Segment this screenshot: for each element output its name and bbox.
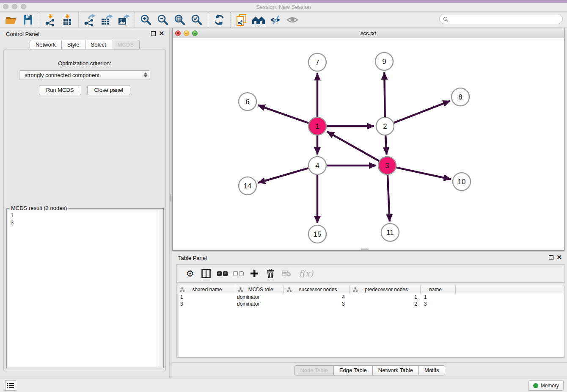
- mcds-tab-content: Optimization criterion: strongly connect…: [3, 50, 166, 371]
- select-all-button[interactable]: ✓✓: [214, 266, 230, 281]
- graph-node-label-11: 11: [386, 229, 394, 237]
- gear-icon: ⚙: [186, 268, 194, 279]
- deselect-all-button[interactable]: [230, 266, 246, 281]
- eye-slash-icon: [269, 14, 282, 25]
- cell-shared-name[interactable]: 3: [177, 301, 235, 308]
- close-panel-button[interactable]: ✕: [159, 30, 164, 37]
- show-hide-panels-button[interactable]: [268, 13, 283, 27]
- cell-mcds-role[interactable]: dominator: [235, 301, 284, 308]
- float-panel-button[interactable]: [151, 31, 156, 36]
- cell-mcds-role[interactable]: dominator: [235, 294, 284, 301]
- cell-successor-nodes[interactable]: 4: [284, 294, 350, 301]
- import-table-button[interactable]: [60, 13, 74, 27]
- search-input[interactable]: [451, 16, 562, 22]
- toolbar-separator: [39, 12, 39, 28]
- cell-shared-name[interactable]: 1: [177, 294, 235, 301]
- zoom-fit-button[interactable]: [173, 13, 187, 27]
- memory-button[interactable]: Memory: [528, 380, 564, 391]
- unchecked-checkboxes-icon: [233, 271, 244, 276]
- delete-row-button[interactable]: [262, 266, 278, 281]
- clone-network-button[interactable]: [234, 13, 249, 27]
- table-settings-button[interactable]: ⚙: [182, 266, 198, 281]
- criterion-select[interactable]: strongly connected component: [19, 70, 150, 80]
- eye-button[interactable]: [285, 13, 300, 27]
- table-row[interactable]: 1 dominator 4 1 1: [177, 294, 564, 301]
- cell-name[interactable]: 3: [421, 301, 456, 308]
- graph-edge-3-1[interactable]: [327, 132, 379, 161]
- export-network-button[interactable]: [83, 13, 97, 27]
- zoom-in-button[interactable]: [139, 13, 153, 27]
- export-table-icon: [100, 14, 113, 26]
- delete-table-button[interactable]: [278, 266, 295, 281]
- export-table-button[interactable]: [99, 13, 114, 27]
- graph-edge-3-11[interactable]: [388, 175, 390, 221]
- cell-successor-nodes[interactable]: 3: [284, 301, 350, 308]
- result-scrollbar[interactable]: [159, 210, 162, 367]
- task-history-button[interactable]: [5, 380, 16, 391]
- tab-network[interactable]: Network: [30, 40, 62, 50]
- export-image-button[interactable]: [116, 13, 131, 27]
- import-network-icon: [44, 14, 56, 26]
- tab-edge-table[interactable]: Edge Table: [334, 365, 373, 375]
- graph-edge-2-9[interactable]: [384, 72, 385, 117]
- import-network-button[interactable]: [43, 13, 58, 27]
- refresh-layout-button[interactable]: [212, 13, 226, 27]
- table-row[interactable]: 3 dominator 3 2 3: [177, 301, 564, 308]
- window-titlebar: Session: New Session: [0, 0, 567, 12]
- graph-edge-3-10[interactable]: [396, 168, 451, 179]
- tab-motifs[interactable]: Motifs: [419, 365, 445, 375]
- column-header-successor-nodes[interactable]: successor nodes: [284, 285, 350, 294]
- attribute-type-icon: [287, 287, 292, 292]
- cell-name[interactable]: 1: [421, 294, 456, 301]
- cell-predecessor-nodes[interactable]: 1: [350, 294, 421, 301]
- first-neighbors-button[interactable]: [251, 13, 266, 27]
- cell-predecessor-nodes[interactable]: 2: [350, 301, 421, 308]
- attribute-type-icon: [238, 287, 243, 292]
- graph-edge-1-6[interactable]: [258, 105, 309, 123]
- tab-node-table[interactable]: Node Table: [294, 365, 334, 375]
- tab-select[interactable]: Select: [85, 40, 112, 50]
- graph-edge-2-8[interactable]: [394, 101, 450, 123]
- column-header-name[interactable]: name: [421, 285, 456, 294]
- close-table-panel-button[interactable]: ✕: [556, 254, 562, 261]
- zoom-out-button[interactable]: [156, 13, 170, 27]
- column-header-mcds-role[interactable]: MCDS role: [235, 285, 284, 294]
- control-panel-header: Control Panel ✕: [0, 28, 169, 40]
- run-mcds-button[interactable]: Run MCDS: [39, 85, 81, 95]
- network-window-titlebar[interactable]: × − + scc.txt: [173, 28, 564, 38]
- search-field[interactable]: [439, 14, 563, 24]
- save-floppy-icon: [22, 14, 33, 25]
- table-panel-divider: [172, 362, 567, 363]
- tab-network-table[interactable]: Network Table: [373, 365, 419, 375]
- float-table-panel-button[interactable]: [549, 255, 553, 260]
- graph-edge-2-3[interactable]: [385, 135, 386, 155]
- graph-node-label-2: 2: [383, 122, 387, 130]
- network-canvas[interactable]: 7968124314101511: [173, 38, 564, 250]
- show-column-button[interactable]: [198, 266, 214, 281]
- panel-splitter[interactable]: [169, 28, 172, 378]
- toolbar-separator: [78, 12, 79, 28]
- column-header-shared-name[interactable]: shared name: [177, 285, 235, 294]
- mcds-result-text[interactable]: 1 3: [8, 210, 162, 367]
- refresh-icon: [213, 14, 225, 26]
- control-panel: Control Panel ✕ Network Style Select MCD…: [0, 28, 169, 378]
- tab-style[interactable]: Style: [62, 40, 85, 50]
- add-row-button[interactable]: [246, 266, 262, 281]
- column-header-predecessor-nodes[interactable]: predecessor nodes: [350, 285, 421, 294]
- graph-node-label-7: 7: [315, 58, 319, 66]
- save-session-button[interactable]: [21, 13, 35, 27]
- clone-network-icon: [236, 14, 248, 26]
- tab-mcds[interactable]: MCDS: [112, 40, 140, 50]
- trash-icon: [266, 269, 275, 278]
- node-table: shared name MCDS role successor nodes pr…: [176, 285, 564, 358]
- graph-edge-4-14[interactable]: [258, 168, 308, 183]
- houses-icon: [251, 14, 266, 25]
- close-panel-button-mcds[interactable]: Close panel: [87, 85, 131, 95]
- splitter-grip[interactable]: [170, 194, 171, 202]
- list-icon: [7, 382, 14, 389]
- function-builder-button[interactable]: f(x): [299, 268, 313, 279]
- zoom-selected-button[interactable]: [190, 13, 204, 27]
- zoom-out-icon: [157, 14, 169, 26]
- horizontal-splitter-grip[interactable]: [361, 248, 369, 250]
- open-file-button[interactable]: [4, 13, 18, 27]
